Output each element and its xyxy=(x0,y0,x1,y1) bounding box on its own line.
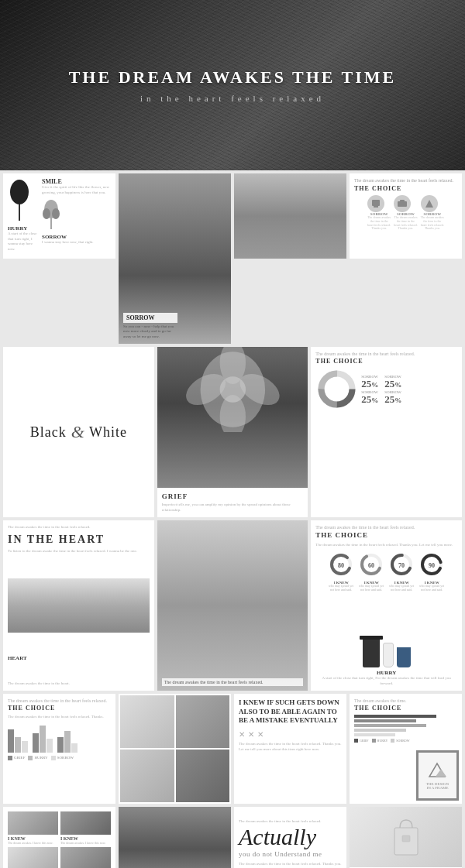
ampersand: & xyxy=(71,422,84,442)
sorrow-icon-2 xyxy=(394,195,411,212)
slide-building: SORROW So you can - now - help that you … xyxy=(119,173,231,344)
svg-rect-8 xyxy=(398,201,407,207)
svg-rect-6 xyxy=(372,200,380,206)
bag-icon xyxy=(387,814,425,860)
grief-title: GRIEF xyxy=(162,492,304,500)
design-frame: THE DESIGNIN A FRAME xyxy=(416,750,459,801)
pie-the-choice: THE CHOICE xyxy=(315,358,457,365)
svg-point-5 xyxy=(52,208,60,219)
slide-choice-circles: The dream awakes the time in the heart f… xyxy=(311,520,462,691)
sorrow-icon-3 xyxy=(421,195,438,212)
circle-60-icon: 60 xyxy=(359,552,384,577)
hero-section: THE DREAM AWAKES THE TIME in the heart f… xyxy=(0,0,465,170)
i-knew-title: I KNEW IF SUCH GETS DOWN ALSO TO BE ABLE… xyxy=(239,698,342,726)
slide-black-white: Black & White xyxy=(3,347,154,517)
black-text: Black xyxy=(30,424,67,441)
slide-photo-grid xyxy=(119,694,231,804)
sorrow-desc-r1: I wanna stay here now, that right. xyxy=(42,240,111,245)
tree-right-icon xyxy=(42,198,61,229)
hero-subtitle: in the heart feels relaxed xyxy=(140,94,325,103)
slide-heart: The dream awakes the time in the heart f… xyxy=(3,520,154,691)
svg-rect-9 xyxy=(400,200,405,202)
svg-text:80: 80 xyxy=(338,562,344,569)
slide-woman-photo xyxy=(119,807,231,868)
choice-circles-title: THE CHOICE xyxy=(315,531,457,539)
sorrow-icons-header: The dream awakes the time in the heart f… xyxy=(354,178,457,183)
sorrow-label-r1: SORROW xyxy=(42,234,111,240)
svg-point-4 xyxy=(43,208,50,219)
svg-text:90: 90 xyxy=(429,562,435,569)
svg-rect-35 xyxy=(402,835,410,842)
smile-desc: Give it the spirit of life like the flow… xyxy=(42,185,111,195)
slide-i-knew-text: I KNEW IF SUCH GETS DOWN ALSO TO BE ABLE… xyxy=(234,694,346,804)
circle-70-icon: 70 xyxy=(389,552,414,577)
slide-i-knew-grid: I KNEW The dream awakes. I knew this now… xyxy=(3,807,115,868)
actually-subtitle: you do not Understand me xyxy=(239,850,342,858)
svg-text:70: 70 xyxy=(398,562,405,569)
white-text: White xyxy=(89,424,127,441)
hurry-desc: A start of the close that turn right, I … xyxy=(8,232,39,252)
sorrow-icon-1 xyxy=(367,195,384,212)
slide-actually: The dream awakes the time in the heart f… xyxy=(234,807,346,868)
the-choice-label1: THE CHOICE xyxy=(354,185,457,192)
slide-bag-choice: CHOICE The dream awakes the time in the … xyxy=(350,807,462,868)
choice-circles-desc: The dream awakes the time in the heart f… xyxy=(315,542,457,547)
sorrow-building-desc: So you can - now - help that you now mor… xyxy=(123,324,177,340)
slide-sorrow-icons: The dream awakes the time in the heart f… xyxy=(350,173,462,259)
svg-point-1 xyxy=(10,180,29,204)
slide-flower-grief: GRIEF Imperfect tells me, you can amplif… xyxy=(157,347,308,517)
hurry-label: HURRY xyxy=(8,225,39,232)
svg-rect-7 xyxy=(374,206,378,208)
heart-label: HEART xyxy=(8,655,150,661)
slide-choice-frame: The dream awakes the time. THE CHOICE GR… xyxy=(350,694,462,804)
slide-trees: HURRY A start of the close that turn rig… xyxy=(3,173,115,259)
flower-icon xyxy=(157,347,308,432)
hurry-objects-label: HURRY xyxy=(315,670,457,676)
smile-label: SMILE xyxy=(42,178,111,185)
svg-text:60: 60 xyxy=(368,562,374,569)
sorrow-building-label: SORROW xyxy=(123,313,177,323)
circle-80-icon: 80 xyxy=(329,552,353,577)
hero-title: THE DREAM AWAKES THE TIME xyxy=(69,67,397,87)
heart-title: IN THE HEART xyxy=(8,533,150,547)
svg-marker-33 xyxy=(436,769,446,777)
tree-left-icon xyxy=(8,178,31,221)
bar-chart-title: THE CHOICE xyxy=(8,705,111,712)
slide-watertower xyxy=(234,173,346,259)
grief-desc: Imperfect tells me, you can amplify my o… xyxy=(162,502,304,513)
mountain-icon xyxy=(428,761,447,781)
slide-hand-photo: The dream awakes the time in the heart f… xyxy=(157,520,308,691)
slide-bar-chart: The dream awakes the time in the heart f… xyxy=(3,694,115,804)
slide-pie-chart: The dream awakes the time in the heart f… xyxy=(311,347,462,517)
pie-chart-icon xyxy=(315,368,358,410)
circle-90-icon: 90 xyxy=(419,552,444,577)
actually-title: Actually xyxy=(239,825,342,849)
